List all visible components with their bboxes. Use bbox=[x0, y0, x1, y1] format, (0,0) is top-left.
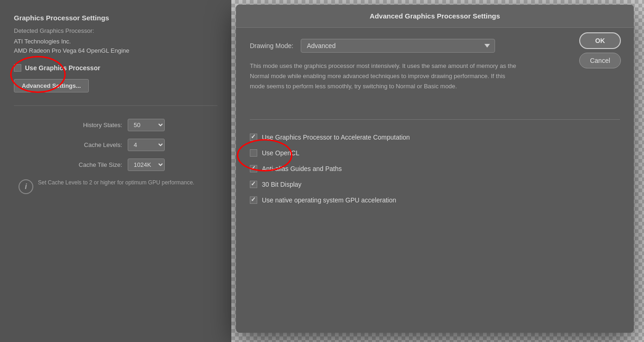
opencl-label: Use OpenCL bbox=[262, 149, 299, 157]
drawing-mode-select[interactable]: Basic Normal Advanced bbox=[301, 39, 495, 53]
gpu-line1: ATI Technologies Inc. bbox=[14, 37, 217, 46]
separator bbox=[250, 119, 620, 120]
cache-tile-select[interactable]: 1024K bbox=[128, 159, 165, 171]
30bit-checkbox[interactable] bbox=[250, 181, 257, 188]
mode-description: This mode uses the graphics processor mo… bbox=[250, 61, 518, 92]
native-gpu-label: Use native operating system GPU accelera… bbox=[262, 196, 396, 204]
modal-title: Advanced Graphics Processor Settings bbox=[245, 12, 625, 20]
native-gpu-checkbox[interactable] bbox=[250, 196, 257, 204]
info-row: i Set Cache Levels to 2 or higher for op… bbox=[14, 178, 217, 194]
cache-levels-select[interactable]: 4 bbox=[128, 139, 165, 151]
option-native-gpu: Use native operating system GPU accelera… bbox=[250, 196, 620, 204]
left-panel: Graphics Processor Settings Detected Gra… bbox=[0, 0, 231, 342]
cache-levels-label: Cache Levels: bbox=[67, 141, 122, 148]
divider-1 bbox=[14, 105, 217, 106]
info-icon: i bbox=[19, 179, 33, 194]
opencl-checkbox[interactable] bbox=[250, 149, 257, 157]
history-states-label: History States: bbox=[67, 122, 122, 128]
accelerate-computation-checkbox[interactable] bbox=[250, 134, 257, 141]
cache-tile-row: Cache Tile Size: 1024K bbox=[14, 159, 217, 171]
left-panel-title: Graphics Processor Settings bbox=[14, 14, 217, 22]
gpu-line2: AMD Radeon Pro Vega 64 OpenGL Engine bbox=[14, 46, 217, 55]
cache-levels-row: Cache Levels: 4 bbox=[14, 139, 217, 151]
antialias-checkbox[interactable] bbox=[250, 165, 257, 172]
use-gpu-label: Use Graphics Processor bbox=[25, 64, 100, 72]
option-accelerate-computation: Use Graphics Processor to Accelerate Com… bbox=[250, 134, 620, 141]
modal-titlebar: Advanced Graphics Processor Settings bbox=[236, 5, 634, 28]
use-gpu-checkbox[interactable] bbox=[14, 64, 21, 72]
modal-body: Drawing Mode: Basic Normal Advanced This… bbox=[236, 28, 634, 223]
gpu-info: ATI Technologies Inc. AMD Radeon Pro Veg… bbox=[14, 37, 217, 55]
option-antialias: Anti-alias Guides and Paths bbox=[250, 165, 620, 172]
option-opencl: Use OpenCL bbox=[250, 149, 620, 157]
antialias-label: Anti-alias Guides and Paths bbox=[262, 165, 342, 172]
drawing-mode-row: Drawing Mode: Basic Normal Advanced bbox=[250, 39, 620, 53]
advanced-settings-button[interactable]: Advanced Settings... bbox=[14, 79, 89, 92]
info-text: Set Cache Levels to 2 or higher for opti… bbox=[38, 178, 194, 187]
modal-dialog: Advanced Graphics Processor Settings Dra… bbox=[236, 5, 634, 333]
history-states-select[interactable]: 50 bbox=[128, 119, 165, 131]
use-gpu-row: Use Graphics Processor bbox=[14, 64, 217, 72]
history-states-row: History States: 50 bbox=[14, 119, 217, 131]
30bit-label: 30 Bit Display bbox=[262, 181, 302, 188]
modal-buttons: OK Cancel bbox=[579, 32, 621, 68]
drawing-mode-label: Drawing Mode: bbox=[250, 42, 293, 49]
detected-label: Detected Graphics Processor: bbox=[14, 27, 217, 34]
option-30bit: 30 Bit Display bbox=[250, 181, 620, 188]
cache-tile-label: Cache Tile Size: bbox=[67, 161, 122, 168]
cancel-button[interactable]: Cancel bbox=[579, 53, 621, 68]
accelerate-computation-label: Use Graphics Processor to Accelerate Com… bbox=[262, 134, 410, 141]
ok-button[interactable]: OK bbox=[579, 32, 621, 49]
